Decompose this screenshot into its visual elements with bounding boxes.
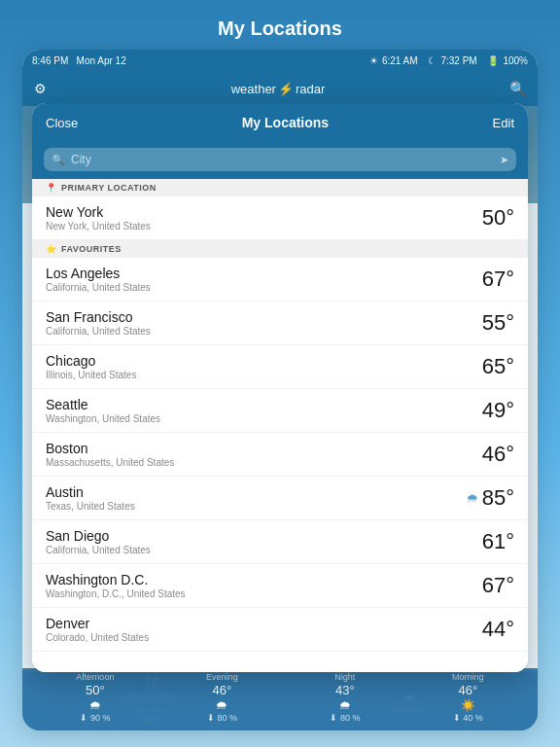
favourites-container: Los Angeles California, United States 67… [32, 258, 528, 652]
modal-title: My Locations [242, 115, 329, 130]
location-temp-0: 67° [482, 267, 514, 292]
location-sub-2: Illinois, United States [46, 370, 136, 380]
modal-search-area: 🔍 ➤ [32, 142, 528, 179]
location-name-7: Washington D.C. [46, 572, 186, 587]
location-name-1: San Francisco [46, 309, 151, 325]
city-search-input[interactable] [71, 153, 494, 166]
location-name-0: Los Angeles [46, 266, 151, 281]
location-sub-3: Washington, United States [46, 413, 160, 424]
search-bar[interactable]: 🔍 ➤ [44, 148, 516, 171]
location-temp-3: 49° [482, 398, 514, 423]
location-row-denver[interactable]: Denver Colorado, United States 44° [32, 608, 528, 652]
location-row-new-york[interactable]: New York New York, United States 50° [32, 196, 528, 240]
forecast-evening: Evening 46° 🌧 ⬇ 80 % [206, 672, 238, 723]
edit-button[interactable]: Edit [493, 116, 514, 130]
location-name-6: San Diego [46, 528, 151, 544]
location-name-5: Austin [46, 484, 135, 500]
sunrise-icon: ☀ [369, 55, 378, 66]
search-bar-icon: 🔍 [52, 154, 65, 166]
location-temp-area-1: 55° [482, 310, 514, 336]
primary-section-header: 📍 PRIMARY LOCATION [32, 179, 528, 196]
location-name-8: Denver [46, 616, 149, 631]
location-temp-area-0: 67° [482, 267, 514, 292]
location-row-austin[interactable]: Austin Texas, United States 🌧 85° [32, 477, 528, 520]
lightning-icon: ⚡ [278, 82, 294, 96]
location-row-los-angeles[interactable]: Los Angeles California, United States 67… [32, 258, 528, 302]
locations-list: 📍 PRIMARY LOCATION New York New York, Un… [32, 179, 528, 672]
locations-modal: Close My Locations Edit 🔍 ➤ 📍 PRIMARY LO… [32, 103, 528, 672]
location-row-san-francisco[interactable]: San Francisco California, United States … [32, 302, 528, 345]
precip-icon-5: 🌧 [467, 491, 478, 505]
location-info-4: Boston Massachusetts, United States [46, 441, 174, 468]
primary-section-label: PRIMARY LOCATION [61, 183, 157, 193]
location-name-3: Seattle [46, 397, 160, 412]
forecast-afternoon-icon: 🌧 [89, 698, 101, 712]
location-sub-4: Massachusetts, United States [46, 457, 174, 468]
battery-icon: 🔋 [487, 55, 499, 66]
location-sub-new-york: New York, United States [46, 221, 151, 231]
location-temp-5: 85° [482, 485, 514, 511]
location-row-seattle[interactable]: Seattle Washington, United States 49° [32, 389, 528, 433]
close-button[interactable]: Close [46, 116, 78, 130]
location-row-washington-d.c.[interactable]: Washington D.C. Washington, D.C., United… [32, 564, 528, 608]
location-info-0: Los Angeles California, United States [46, 266, 151, 293]
location-temp-area-7: 67° [482, 573, 514, 598]
device-frame: 8:46 PM Mon Apr 12 ☀ 6:21 AM ☾ 7:32 PM 🔋… [22, 50, 538, 730]
location-temp-4: 46° [482, 442, 514, 467]
location-temp-area-5: 🌧 85° [467, 485, 514, 511]
location-row-boston[interactable]: Boston Massachusetts, United States 46° [32, 433, 528, 477]
forecast-items-row: Afternoon 50° 🌧 ⬇ 90 % Evening 46° 🌧 ⬇ 8… [30, 672, 530, 723]
favourites-section-header: ⭐ FAVOURITES [32, 240, 528, 258]
status-bar: 8:46 PM Mon Apr 12 ☀ 6:21 AM ☾ 7:32 PM 🔋… [22, 50, 538, 71]
location-temp-7: 67° [482, 573, 514, 598]
location-temp-6: 61° [482, 529, 514, 554]
location-row-san-diego[interactable]: San Diego California, United States 61° [32, 520, 528, 564]
star-icon: ⭐ [46, 244, 56, 254]
location-sub-6: California, United States [46, 545, 151, 555]
page-title: My Locations [218, 18, 342, 40]
modal-header: Close My Locations Edit [32, 103, 528, 142]
settings-icon[interactable]: ⚙ [34, 81, 47, 96]
sunset-icon: ☾ [428, 55, 437, 66]
location-info-3: Seattle Washington, United States [46, 397, 160, 424]
status-right: ☀ 6:21 AM ☾ 7:32 PM 🔋 100% [369, 55, 528, 66]
location-info-new-york: New York New York, United States [46, 204, 151, 231]
forecast-bar: Afternoon 50° 🌧 ⬇ 90 % Evening 46° 🌧 ⬇ 8… [22, 668, 538, 730]
location-info-5: Austin Texas, United States [46, 484, 135, 512]
location-sub-5: Texas, United States [46, 501, 135, 512]
location-temp-1: 55° [482, 310, 514, 336]
location-info-1: San Francisco California, United States [46, 309, 151, 337]
forecast-night-icon: 🌧 [339, 698, 351, 712]
location-temp-area-4: 46° [482, 442, 514, 467]
location-sub-0: California, United States [46, 282, 151, 293]
location-info-2: Chicago Illinois, United States [46, 353, 136, 380]
favourites-section-label: FAVOURITES [61, 244, 122, 254]
location-sub-8: Colorado, United States [46, 632, 149, 643]
location-name-new-york: New York [46, 204, 151, 220]
location-temp-new-york: 50° [482, 205, 514, 231]
location-sub-7: Washington, D.C., United States [46, 588, 186, 599]
location-pin-icon: 📍 [46, 183, 56, 193]
location-info-7: Washington D.C. Washington, D.C., United… [46, 572, 186, 599]
forecast-afternoon: Afternoon 50° 🌧 ⬇ 90 % [76, 672, 114, 723]
forecast-morning-icon: ☀️ [461, 698, 475, 712]
app-logo: weather⚡radar [231, 82, 326, 96]
location-temp-2: 65° [482, 354, 514, 379]
app-header: ⚙ weather⚡radar 🔍 [22, 71, 538, 106]
location-temp-area-2: 65° [482, 354, 514, 379]
location-temp-area-8: 44° [482, 617, 514, 642]
forecast-morning: Morning 46° ☀️ ⬇ 40 % [452, 672, 484, 723]
location-name-4: Boston [46, 441, 174, 456]
location-row-chicago[interactable]: Chicago Illinois, United States 65° [32, 345, 528, 389]
location-info-6: San Diego California, United States [46, 528, 151, 555]
forecast-evening-icon: 🌧 [216, 698, 228, 712]
search-send-icon[interactable]: ➤ [500, 154, 508, 166]
status-time: 8:46 PM Mon Apr 12 [32, 55, 126, 66]
location-temp-area-3: 49° [482, 398, 514, 423]
location-temp-8: 44° [482, 617, 514, 642]
search-icon[interactable]: 🔍 [509, 81, 526, 96]
location-info-8: Denver Colorado, United States [46, 616, 149, 643]
forecast-night: Night 43° 🌧 ⬇ 80 % [330, 672, 360, 723]
location-sub-1: California, United States [46, 326, 151, 337]
location-name-2: Chicago [46, 353, 136, 369]
